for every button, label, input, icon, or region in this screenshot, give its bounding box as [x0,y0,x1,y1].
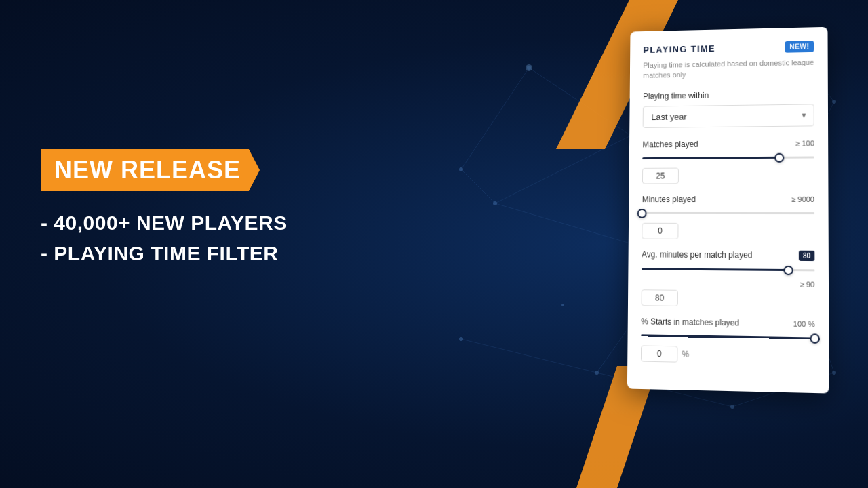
minutes-played-track [642,212,815,214]
left-content-area: NEW RELEASE - 40,000+ NEW PLAYERS - PLAY… [0,149,288,268]
starts-max: 100 % [793,319,815,328]
svg-point-35 [526,64,532,71]
svg-point-29 [459,167,463,171]
starts-label: % Starts in matches played [641,317,739,327]
avg-minutes-fill [642,268,788,272]
avg-minutes-header: Avg. minutes per match played 80 [642,249,814,261]
avg-minutes-track-wrapper [642,264,815,276]
minutes-played-track-wrapper [642,208,815,219]
matches-played-section: Matches played ≥ 100 25 [642,138,814,184]
starts-fill [641,335,815,340]
svg-point-28 [459,337,463,341]
avg-minutes-section: Avg. minutes per match played 80 ≥ 90 80 [642,249,815,308]
minutes-played-header: Minutes played ≥ 9000 [642,195,814,204]
starts-unit: % [682,349,689,359]
minutes-played-section: Minutes played ≥ 9000 0 [642,195,814,240]
minutes-played-input-row: 0 [642,223,814,240]
matches-played-input-row: 25 [642,167,814,184]
matches-played-track-wrapper [642,152,814,164]
svg-point-25 [595,371,599,375]
matches-played-header: Matches played ≥ 100 [642,138,814,149]
svg-point-27 [832,371,836,375]
minutes-played-thumb[interactable] [637,209,647,218]
matches-played-label: Matches played [642,140,698,149]
playing-time-dropdown[interactable]: Last year Last 6 months Last 3 months [643,104,814,128]
playing-time-within-label: Playing time within [643,89,814,100]
card-title: PLAYING TIME [643,43,715,55]
svg-point-32 [561,304,564,306]
feature-item-2: - PLAYING TIME FILTER [41,238,288,268]
avg-minutes-max: ≥ 90 [800,280,815,288]
svg-point-31 [832,100,836,104]
starts-header: % Starts in matches played 100 % [641,317,814,329]
starts-input[interactable]: 0 [641,345,678,362]
avg-minutes-input-row: 80 [642,289,815,308]
matches-played-input[interactable]: 25 [642,167,679,184]
svg-line-12 [461,339,597,373]
starts-input-row: 0 % [641,345,815,365]
starts-track [641,335,815,340]
feature-list: - 40,000+ NEW PLAYERS - PLAYING TIME FIL… [41,207,288,268]
minutes-played-label: Minutes played [642,195,696,204]
minutes-played-input[interactable]: 0 [642,223,678,239]
avg-minutes-tooltip: 80 [799,250,815,260]
avg-minutes-label: Avg. minutes per match played [642,250,752,260]
avg-minutes-track [642,268,814,272]
svg-point-26 [730,405,734,409]
matches-played-track [642,157,814,160]
svg-line-14 [461,169,495,203]
minutes-played-max: ≥ 9000 [791,195,814,203]
new-badge: NEW! [785,41,814,53]
avg-minutes-thumb[interactable] [783,266,793,275]
feature-item-1: - 40,000+ NEW PLAYERS [41,207,288,238]
matches-played-max: ≥ 100 [795,139,814,147]
banner-title: NEW RELEASE [54,156,241,184]
matches-played-fill [642,157,779,159]
new-release-banner: NEW RELEASE [41,149,260,191]
playing-time-card: PLAYING TIME NEW! Playing time is calcul… [627,27,829,393]
starts-track-wrapper [641,330,815,344]
matches-played-thumb[interactable] [774,153,784,163]
avg-minutes-input[interactable]: 80 [642,289,678,306]
card-header: PLAYING TIME NEW! [643,41,814,56]
starts-thumb[interactable] [810,333,820,344]
svg-line-13 [461,68,529,169]
starts-section: % Starts in matches played 100 % 0 % [641,317,815,365]
dropdown-wrapper[interactable]: Last year Last 6 months Last 3 months ▼ [643,104,814,128]
card-subtitle: Playing time is calculated based on dome… [643,58,814,81]
svg-point-23 [493,201,497,205]
